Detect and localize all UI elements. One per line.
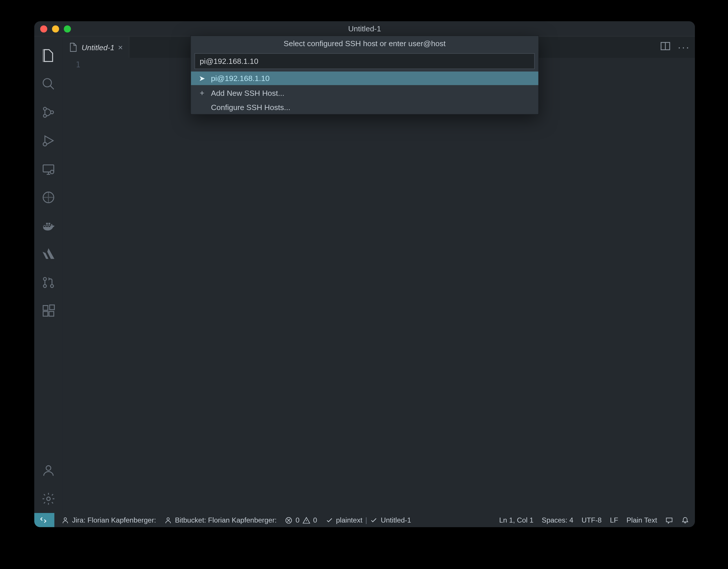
error-icon bbox=[285, 516, 293, 524]
svg-point-16 bbox=[47, 497, 50, 500]
pull-request-icon[interactable] bbox=[34, 268, 63, 297]
extensions-icon[interactable] bbox=[34, 297, 63, 325]
explorer-icon[interactable] bbox=[34, 42, 63, 70]
svg-point-3 bbox=[51, 111, 53, 114]
editor-window: Untitled-1 bbox=[34, 21, 695, 527]
svg-point-18 bbox=[64, 517, 66, 520]
cursor-position[interactable]: Ln 1, Col 1 bbox=[499, 516, 534, 524]
svg-rect-11 bbox=[43, 305, 48, 310]
bitbucket-status[interactable]: Bitbucket: Florian Kapfenberger: bbox=[164, 516, 277, 524]
window-title: Untitled-1 bbox=[34, 24, 695, 33]
split-editor-icon[interactable] bbox=[660, 41, 671, 54]
arrow-right-icon: ➤ bbox=[198, 74, 206, 83]
encoding-status[interactable]: UTF-8 bbox=[581, 516, 601, 524]
eol-status[interactable]: LF bbox=[610, 516, 618, 524]
atlassian-icon[interactable] bbox=[34, 240, 63, 269]
docker-icon[interactable] bbox=[34, 212, 63, 240]
svg-point-19 bbox=[167, 517, 169, 520]
svg-point-2 bbox=[44, 114, 46, 117]
svg-point-4 bbox=[43, 143, 47, 146]
command-palette: Select configured SSH host or enter user… bbox=[190, 35, 539, 115]
svg-point-1 bbox=[44, 107, 46, 110]
live-share-icon[interactable] bbox=[34, 183, 63, 212]
account-icon[interactable] bbox=[34, 456, 63, 485]
plus-icon: ＋ bbox=[198, 87, 206, 98]
svg-rect-13 bbox=[49, 311, 54, 316]
close-tab-icon[interactable]: × bbox=[118, 43, 123, 52]
svg-point-9 bbox=[44, 285, 46, 287]
line-number: 1 bbox=[63, 59, 80, 71]
svg-rect-14 bbox=[50, 305, 54, 309]
remote-explorer-icon[interactable] bbox=[34, 155, 63, 183]
warning-icon bbox=[302, 516, 310, 524]
svg-point-8 bbox=[44, 278, 46, 280]
activity-bar bbox=[34, 37, 63, 513]
palette-list: ➤ pi@192.168.1.10 ＋ Add New SSH Host... … bbox=[191, 71, 538, 114]
debug-icon[interactable] bbox=[34, 127, 63, 155]
check-icon bbox=[370, 516, 378, 524]
svg-point-10 bbox=[51, 285, 53, 287]
maximize-window-button[interactable] bbox=[64, 25, 71, 32]
palette-title: Select configured SSH host or enter user… bbox=[191, 36, 538, 51]
search-icon[interactable] bbox=[34, 70, 63, 98]
svg-point-0 bbox=[43, 79, 52, 87]
indentation-status[interactable]: Spaces: 4 bbox=[542, 516, 573, 524]
check-icon bbox=[325, 516, 333, 524]
text-editor[interactable]: 1 bbox=[63, 58, 695, 513]
svg-rect-12 bbox=[43, 311, 48, 316]
jira-status[interactable]: Jira: Florian Kapfenberger: bbox=[62, 516, 156, 524]
tab-untitled[interactable]: Untitled-1 × bbox=[63, 37, 129, 58]
status-bar: Jira: Florian Kapfenberger: Bitbucket: F… bbox=[34, 513, 695, 527]
palette-input[interactable] bbox=[194, 53, 535, 69]
palette-item-label: pi@192.168.1.10 bbox=[211, 74, 270, 83]
source-control-icon[interactable] bbox=[34, 98, 63, 127]
title-bar: Untitled-1 bbox=[34, 21, 695, 37]
feedback-icon[interactable] bbox=[665, 516, 673, 524]
person-icon bbox=[62, 516, 69, 524]
tab-label: Untitled-1 bbox=[82, 43, 114, 52]
more-actions-icon[interactable]: ··· bbox=[678, 41, 690, 53]
palette-item-label: Add New SSH Host... bbox=[211, 88, 284, 97]
svg-point-6 bbox=[50, 170, 54, 174]
lang-check-status[interactable]: plaintext | Untitled-1 bbox=[325, 516, 411, 524]
svg-point-15 bbox=[46, 466, 51, 470]
problems-status[interactable]: 0 0 bbox=[285, 516, 317, 524]
palette-item-label: Configure SSH Hosts... bbox=[211, 103, 291, 112]
settings-gear-icon[interactable] bbox=[34, 485, 63, 513]
language-mode[interactable]: Plain Text bbox=[626, 516, 657, 524]
close-window-button[interactable] bbox=[40, 25, 47, 32]
line-number-gutter: 1 bbox=[63, 58, 91, 513]
minimize-window-button[interactable] bbox=[52, 25, 59, 32]
file-icon bbox=[69, 43, 78, 52]
notifications-icon[interactable] bbox=[681, 516, 689, 524]
traffic-lights bbox=[40, 25, 71, 32]
palette-item-host[interactable]: ➤ pi@192.168.1.10 bbox=[191, 71, 538, 85]
remote-indicator[interactable] bbox=[34, 513, 54, 527]
remote-icon bbox=[40, 516, 48, 524]
palette-item-add-host[interactable]: ＋ Add New SSH Host... bbox=[191, 85, 538, 100]
palette-item-configure[interactable]: Configure SSH Hosts... bbox=[191, 100, 538, 114]
person-icon bbox=[164, 516, 172, 524]
